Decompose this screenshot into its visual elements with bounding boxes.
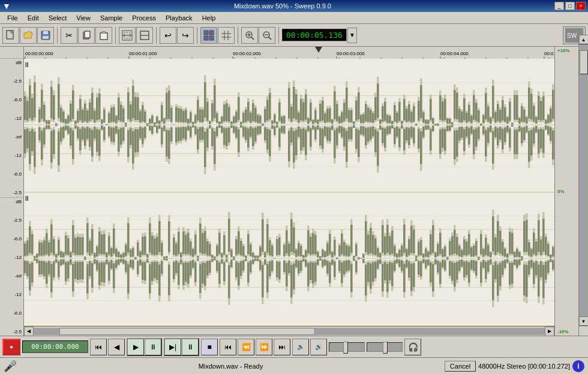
db-label-60-top: -6.0 (13, 97, 22, 102)
play-sel-button[interactable]: ▶| (164, 339, 181, 355)
open-button[interactable] (20, 27, 37, 44)
db-label-inf-bot: -inf (15, 273, 22, 279)
db-label-12b-bot: -12 (14, 292, 22, 297)
scroll-thumb[interactable] (59, 328, 315, 335)
zoom-in-button[interactable] (241, 27, 258, 44)
transport-time-display: 00:00:00.000 (22, 340, 88, 353)
trim-button[interactable] (119, 27, 136, 44)
maximize-button[interactable]: □ (565, 2, 575, 10)
db-label-db-top: dB (16, 60, 22, 65)
skip-back-button[interactable]: ◀ (108, 339, 125, 355)
vscroll-thumb[interactable] (580, 50, 588, 74)
status-text: Mixdown.wav - Ready (19, 363, 442, 370)
svg-line-21 (251, 37, 254, 40)
new-button[interactable] (2, 27, 19, 44)
playhead[interactable] (315, 47, 322, 53)
menu-process[interactable]: Process (127, 13, 161, 23)
menu-view[interactable]: View (71, 13, 95, 23)
svg-rect-12 (204, 31, 208, 35)
menu-playback[interactable]: Playback (161, 13, 197, 23)
svg-rect-2 (43, 31, 48, 34)
volume-slider[interactable] (329, 342, 365, 352)
snap-button[interactable] (200, 27, 217, 44)
db-scale-bottom: dB -2.5 -6.0 -12 -inf -12 -6.0 -2.5 (0, 198, 23, 336)
db-label-60b-top: -6.0 (13, 171, 22, 177)
pause-sel-button[interactable]: ⏸ (182, 339, 199, 355)
svg-text:SW: SW (567, 32, 577, 39)
db-label-inf-top: -inf (15, 134, 22, 140)
pan-slider[interactable] (367, 342, 403, 352)
db-scale-top: dB -2.5 -6.0 -12 -inf -12 -6.0 -2.5 (0, 59, 23, 198)
volume-thumb[interactable] (343, 342, 348, 354)
scroll-track[interactable] (34, 328, 545, 335)
cut-button[interactable]: ✂ (61, 27, 77, 44)
menu-select[interactable]: Select (44, 13, 72, 23)
pause-button[interactable]: ⏸ (145, 339, 161, 355)
vol-down-button[interactable]: 🔉 (292, 339, 309, 355)
window-title: Mixdown.wav 50% - Sweep 0.9.0 (11, 2, 554, 10)
title-bar: ▼ Mixdown.wav 50% - Sweep 0.9.0 _ □ × (0, 0, 588, 12)
rewind-button[interactable]: ⏪ (238, 339, 254, 355)
rewind-start-button[interactable]: ⏮ (220, 339, 236, 355)
menu-edit[interactable]: Edit (23, 13, 44, 23)
waveform-section: dB -2.5 -6.0 -12 -inf -12 -6.0 -2.5 dB -… (0, 47, 588, 336)
status-info: 48000Hz Stereo [00:00:10.272] (478, 363, 570, 370)
window-controls[interactable]: _ □ × (554, 2, 586, 10)
waveform-track-right[interactable] (24, 192, 554, 326)
mic-icon: 🎤 (4, 360, 17, 373)
menu-help[interactable]: Help (197, 13, 221, 23)
db-label-db-bot: dB (16, 199, 22, 204)
close-button[interactable]: × (576, 2, 586, 10)
cancel-button[interactable]: Cancel (445, 361, 476, 372)
pct-top-label: +10% (557, 48, 576, 53)
timeline-ruler (24, 47, 554, 59)
toolbar: ✂ ↩ ↪ 0 (0, 24, 588, 47)
db-label-25-bot: -2.5 (13, 218, 22, 223)
db-label-25-top: -2.5 (13, 79, 22, 84)
vol-up-button[interactable]: 🔊 (310, 339, 327, 355)
redo-button[interactable]: ↪ (177, 27, 194, 44)
undo-button[interactable]: ↩ (160, 27, 176, 44)
waveform-tracks[interactable] (24, 59, 554, 326)
scroll-left-button[interactable]: ◀ (24, 327, 34, 336)
db-label-60-bot: -6.0 (13, 236, 22, 242)
svg-rect-15 (209, 36, 214, 40)
db-label-25b-bot: -2.5 (13, 329, 22, 334)
trim2-button[interactable] (136, 27, 153, 44)
stop-button[interactable]: ■ (201, 339, 218, 355)
svg-rect-13 (209, 31, 214, 35)
save-button[interactable] (37, 27, 54, 44)
vscroll-down-button[interactable]: ▼ (579, 316, 589, 326)
pct-mid-label: 0% (557, 189, 576, 194)
copy-button[interactable] (78, 27, 95, 44)
time-dropdown-button[interactable]: ▼ (347, 28, 357, 43)
horizontal-scrollbar[interactable]: ◀ ▶ (24, 326, 554, 336)
skip-end-button[interactable]: ⏭ (274, 339, 290, 355)
vscroll-track[interactable] (579, 47, 589, 316)
skip-start-button[interactable]: ⏮ (90, 339, 107, 355)
record-button[interactable]: ● (2, 339, 20, 355)
db-label-25b-top: -2.5 (13, 190, 22, 195)
minimize-button[interactable]: _ (554, 2, 564, 10)
forward-button[interactable]: ⏩ (256, 339, 272, 355)
svg-rect-6 (100, 33, 107, 40)
vertical-scrollbar[interactable]: ▲ ▼ (578, 47, 588, 326)
menu-bar: File Edit Select View Sample Process Pla… (0, 12, 588, 24)
paste-button[interactable] (95, 27, 112, 44)
pan-thumb[interactable] (383, 342, 388, 354)
grid-button[interactable] (218, 27, 235, 44)
pct-bottom-label: -10% (557, 329, 576, 334)
zoom-out-button[interactable] (259, 27, 275, 44)
status-bar: 🎤 Mixdown.wav - Ready Cancel 48000Hz Ste… (0, 357, 588, 374)
svg-rect-14 (204, 36, 208, 40)
waveform-track-left[interactable] (24, 59, 554, 192)
headphone-button[interactable]: 🎧 (404, 339, 421, 355)
menu-sample[interactable]: Sample (95, 13, 127, 23)
transport-bar: ● 00:00:00.000 ⏮ ◀ ▶ ⏸ ▶| ⏸ ■ ⏮ ⏪ ⏩ ⏭ 🔉 … (0, 336, 588, 357)
menu-file[interactable]: File (2, 13, 23, 23)
play-button[interactable]: ▶ (127, 339, 144, 355)
info-button[interactable]: i (572, 360, 584, 372)
db-label-12-top: -12 (14, 116, 22, 121)
track-header-area: dB -2.5 -6.0 -12 -inf -12 -6.0 -2.5 dB -… (0, 47, 24, 336)
scroll-right-button[interactable]: ▶ (545, 327, 554, 336)
